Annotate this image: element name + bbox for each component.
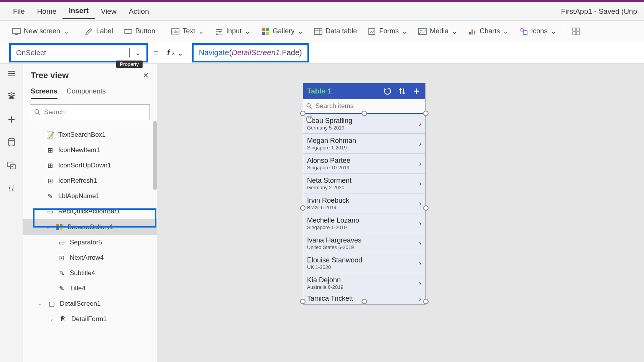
list-item[interactable]: Irvin RoebuckBrazil 6-2019› (303, 193, 425, 213)
tree-node-separator[interactable]: ▭Separator5 (23, 235, 157, 250)
tree-node-textsearchbox[interactable]: 📝TextSearchBox1 (23, 127, 157, 143)
phone-search-input[interactable] (315, 102, 422, 110)
tools-icon[interactable] (6, 183, 17, 194)
menu-view[interactable]: View (95, 4, 123, 19)
forms-button[interactable]: Forms ⌄ (362, 24, 413, 39)
list-item[interactable]: Neta StormentGermany 2-2020› (303, 174, 425, 193)
chevron-right-icon[interactable]: › (419, 179, 421, 187)
media-button[interactable]: Media ⌄ (413, 24, 463, 39)
chevron-right-icon[interactable]: › (419, 139, 421, 147)
chevron-right-icon[interactable]: › (419, 239, 421, 247)
menu-action[interactable]: Action (123, 4, 155, 19)
gallery-button[interactable]: Gallery ⌄ (256, 24, 309, 39)
tree-view-panel: Tree view ✕ Screens Components 📝TextSear… (23, 64, 157, 362)
text-button[interactable]: Abc Text ⌄ (166, 24, 209, 39)
list-item[interactable]: Beau SpratlingGermany 5-2019› (303, 114, 425, 134)
new-screen-label: New screen (24, 27, 60, 35)
close-icon[interactable]: ✕ (143, 71, 149, 80)
chevron-right-icon[interactable]: › (419, 259, 421, 267)
list-item[interactable]: Mechelle LozanoSingapore 1-2019› (303, 213, 425, 233)
collapse-icon[interactable]: ⌄ (50, 316, 55, 322)
tree-node-nextarrow[interactable]: ⊞NextArrow4 (23, 250, 157, 265)
tree-view-icon[interactable] (6, 91, 17, 102)
resize-handle[interactable] (361, 111, 367, 116)
svg-rect-2 (124, 29, 132, 33)
add-icon[interactable] (412, 87, 421, 96)
menu-file[interactable]: File (7, 4, 31, 19)
list-item[interactable]: Elouise StanwoodUK 1-2020› (303, 253, 425, 273)
rect-icon: ▭ (58, 239, 66, 246)
input-button[interactable]: Input ⌄ (209, 24, 256, 39)
resize-handle[interactable] (300, 299, 306, 304)
svg-rect-44 (60, 228, 62, 230)
tree-node-iconrefresh[interactable]: ⊞IconRefresh1 (23, 173, 157, 188)
chevron-right-icon[interactable]: › (419, 295, 421, 303)
tree-search[interactable] (30, 104, 150, 120)
charts-button[interactable]: Charts ⌄ (463, 24, 514, 39)
menu-insert[interactable]: Insert (62, 3, 95, 19)
collapse-icon[interactable]: ⌄ (38, 301, 44, 306)
sort-icon[interactable] (398, 87, 407, 96)
media-label: Media (430, 27, 449, 35)
tree-scrollbar[interactable] (153, 121, 157, 263)
tree-node-title[interactable]: ✎Title4 (23, 281, 157, 296)
tree-search-input[interactable] (44, 108, 146, 116)
chevron-right-icon[interactable]: › (419, 199, 421, 207)
property-selector[interactable]: OnSelect ⌄ Property (9, 43, 148, 62)
database-icon[interactable] (6, 137, 17, 148)
hamburger-icon[interactable] (6, 68, 17, 79)
label-button[interactable]: Label (79, 24, 118, 39)
rotate-handle[interactable] (306, 116, 313, 123)
media-panel-icon[interactable] (6, 160, 17, 171)
chevron-right-icon[interactable]: › (419, 279, 421, 287)
collapse-icon[interactable]: ⌄ (46, 224, 51, 230)
list-item[interactable]: Alonso ParteeSingapore 10-2019› (303, 154, 425, 174)
svg-rect-11 (262, 28, 265, 31)
grid-button[interactable] (567, 24, 586, 39)
tree-node-iconsort[interactable]: ⊞IconSortUpDown1 (23, 158, 157, 173)
chevron-right-icon[interactable]: › (419, 120, 421, 128)
data-table-button[interactable]: Data table (309, 24, 362, 39)
ribbon: New screen ⌄ Label Button Abc Text ⌄ Inp… (0, 21, 644, 42)
button-label: Button (135, 27, 155, 35)
resize-handle[interactable] (423, 299, 429, 304)
browse-gallery[interactable]: Beau SpratlingGermany 5-2019› Megan Rohm… (303, 114, 425, 305)
svg-rect-12 (266, 28, 269, 31)
app-title: FirstApp1 - Saved (Unp (561, 7, 637, 16)
tab-components[interactable]: Components (67, 87, 106, 99)
tree-node-rectquick[interactable]: ▭RectQuickActionBar1 (23, 204, 157, 219)
tab-screens[interactable]: Screens (31, 87, 58, 99)
svg-rect-23 (472, 29, 473, 34)
button-button[interactable]: Button (118, 24, 161, 39)
resize-handle[interactable] (423, 205, 429, 211)
resize-handle[interactable] (361, 299, 367, 304)
refresh-icon[interactable] (383, 87, 392, 96)
plus-icon[interactable] (6, 114, 17, 125)
menu-home[interactable]: Home (31, 4, 63, 19)
canvas[interactable]: Table 1 Beau SpratlingGermany 5-2019› Me… (157, 64, 644, 362)
resize-handle[interactable] (423, 111, 429, 116)
tree-node-browsegallery[interactable]: ⌄BrowseGallery1⋯ (23, 219, 157, 235)
browse-screen-preview[interactable]: Table 1 Beau SpratlingGermany 5-2019› Me… (303, 83, 426, 305)
list-item[interactable]: Ivana HargreavesUnited States 6-2019› (303, 233, 425, 253)
formula-input[interactable]: Navigate(DetailScreen1, Fade) (192, 43, 309, 62)
list-item[interactable]: Kia DejohnAustralia 6-2019› (303, 273, 425, 293)
tree-node-iconnew[interactable]: ⊞IconNewItem1 (23, 143, 157, 158)
tree-node-detailscreen[interactable]: ⌄▢DetailScreen1 (23, 296, 157, 311)
list-item[interactable]: Megan RohmanSingapore 1-2019› (303, 134, 425, 154)
chevron-down-icon: ⌄ (402, 27, 407, 36)
fx-button[interactable]: fx ⌄ (164, 48, 187, 57)
tree-node-detailform[interactable]: ⌄🗎DetailForm1 (23, 311, 157, 327)
more-icon[interactable]: ⋯ (143, 223, 150, 231)
app-header-title: Table 1 (307, 87, 378, 95)
icons-button[interactable]: Icons ⌄ (514, 24, 562, 39)
tree-node-subtitle[interactable]: ✎Subtitle4 (23, 265, 157, 281)
scrollbar-thumb[interactable] (153, 121, 157, 190)
tree-node-lblapp[interactable]: ✎LblAppName1 (23, 188, 157, 204)
chevron-right-icon[interactable]: › (419, 219, 421, 227)
new-screen-button[interactable]: New screen ⌄ (7, 24, 74, 39)
resize-handle[interactable] (300, 205, 306, 211)
chevron-right-icon[interactable]: › (419, 159, 421, 167)
resize-handle[interactable] (300, 111, 306, 116)
tree-view-title: Tree view (31, 70, 69, 80)
